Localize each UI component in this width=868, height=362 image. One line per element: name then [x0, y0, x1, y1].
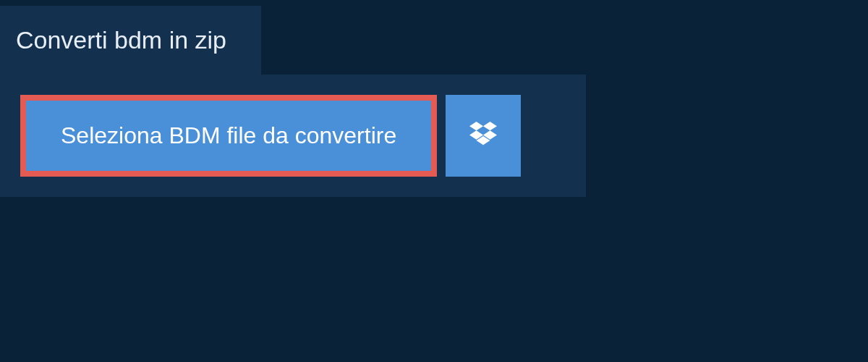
dropbox-button[interactable] [446, 95, 521, 177]
tab-title: Converti bdm in zip [16, 26, 226, 54]
select-file-button-label: Seleziona BDM file da convertire [61, 122, 396, 149]
dropbox-icon [469, 122, 497, 151]
converter-panel: Seleziona BDM file da convertire [0, 75, 586, 197]
select-file-button[interactable]: Seleziona BDM file da convertire [20, 95, 437, 177]
converter-tab: Converti bdm in zip [0, 6, 261, 75]
button-row: Seleziona BDM file da convertire [20, 95, 566, 177]
